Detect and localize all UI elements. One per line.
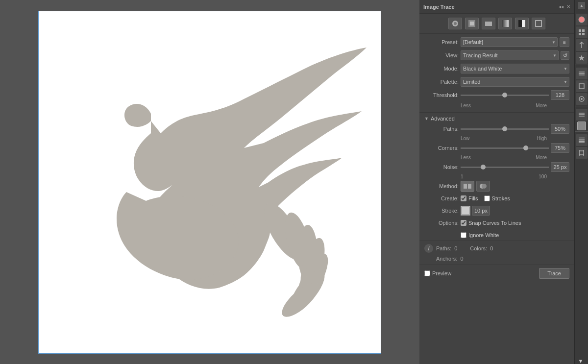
tool-layers-icon[interactable] <box>576 134 588 146</box>
preview-label: Preview <box>432 270 451 276</box>
svg-rect-39 <box>580 151 584 155</box>
panel-header: Image Trace ◂◂ ✕ <box>419 0 574 14</box>
advanced-header[interactable]: ▼ Advanced <box>419 114 574 123</box>
preset-auto-color[interactable] <box>448 18 462 29</box>
preset-label: Preset: <box>424 39 459 45</box>
divider-2 <box>575 106 588 108</box>
snap-curves-row: Snap Curves To Lines <box>461 220 521 226</box>
svg-rect-14 <box>522 20 525 27</box>
divider-3 <box>575 131 588 133</box>
paths-slider[interactable] <box>461 128 549 130</box>
anchors-info-key: Anchors: <box>436 256 457 262</box>
preset-icons-row <box>419 14 574 34</box>
method-btn-abutting[interactable] <box>461 181 474 192</box>
tool-artboard-icon[interactable] <box>576 147 588 159</box>
canvas-document <box>38 11 381 354</box>
view-select[interactable]: Tracing Result <box>461 50 559 60</box>
preset-outline[interactable] <box>532 18 545 29</box>
mode-select[interactable]: Black and White <box>461 64 569 73</box>
preset-menu-btn[interactable]: ≡ <box>560 37 569 47</box>
svg-rect-23 <box>582 29 585 32</box>
svg-rect-38 <box>579 137 585 139</box>
paths-info-key: Paths: <box>436 245 451 251</box>
close-icon[interactable]: ✕ <box>566 4 570 9</box>
palette-select-wrapper: Limited <box>461 77 569 87</box>
paths-min-label: Low <box>461 136 469 141</box>
paths-info-val: 0 <box>454 245 457 251</box>
scroll-down-arrow[interactable]: ▼ <box>578 358 585 364</box>
corners-slider[interactable] <box>461 147 549 149</box>
snap-curves-checkbox[interactable] <box>461 220 466 226</box>
noise-slider[interactable] <box>461 167 549 168</box>
paths-slider-container <box>461 128 549 130</box>
colors-info-key: Colors: <box>470 245 487 251</box>
bird-illustration <box>53 25 367 339</box>
noise-range-labels: 1 100 <box>424 174 569 179</box>
svg-point-8 <box>454 22 457 25</box>
noise-max-label: 100 <box>539 174 547 179</box>
preset-grayscale[interactable] <box>498 18 512 29</box>
preview-checkbox[interactable] <box>424 270 430 276</box>
svg-rect-37 <box>579 139 585 141</box>
svg-marker-26 <box>579 55 585 61</box>
palette-select[interactable]: Limited <box>461 77 569 87</box>
tool-star-icon[interactable] <box>576 52 588 64</box>
noise-value: 25 px <box>551 162 569 172</box>
threshold-slider[interactable] <box>461 95 549 96</box>
tool-circle-paint-icon[interactable] <box>576 93 588 105</box>
paths-value: 50% <box>551 124 569 134</box>
paths-max-label: High <box>537 136 547 141</box>
tool-usb-icon[interactable] <box>576 39 588 51</box>
svg-rect-17 <box>468 184 471 189</box>
anchors-row: Anchors: 0 <box>419 256 574 265</box>
fills-checkbox[interactable] <box>461 195 466 201</box>
advanced-toggle-icon: ▼ <box>424 116 429 121</box>
strokes-checkbox[interactable] <box>484 195 490 201</box>
corners-row: Corners: 75% <box>424 143 569 153</box>
ignore-white-checkbox[interactable] <box>461 232 466 238</box>
tool-lines2-icon[interactable] <box>576 109 588 121</box>
preset-low-color[interactable] <box>482 18 495 29</box>
method-row: Method: <box>424 181 569 192</box>
preset-select[interactable]: [Default] <box>461 37 558 47</box>
noise-slider-container <box>461 167 549 168</box>
mode-label: Mode: <box>424 66 459 72</box>
svg-rect-20 <box>462 207 469 215</box>
preset-high-color[interactable] <box>465 18 479 29</box>
method-btn-overlapping[interactable] <box>476 181 490 192</box>
svg-rect-11 <box>485 22 492 26</box>
svg-rect-36 <box>579 141 585 143</box>
stroke-color-swatch[interactable] <box>461 206 470 216</box>
fills-checkbox-row: Fills <box>461 195 478 201</box>
palette-row: Palette: Limited <box>424 76 569 87</box>
noise-label: Noise: <box>424 164 459 170</box>
svg-rect-16 <box>464 184 467 189</box>
tool-rect-icon[interactable] <box>576 80 588 92</box>
strokes-checkbox-row: Strokes <box>484 195 510 201</box>
svg-rect-15 <box>536 21 541 26</box>
tool-sidebar: ▲ <box>574 0 588 364</box>
options-row: Options: Snap Curves To Lines <box>424 218 569 228</box>
stroke-value: 10 px <box>472 206 490 216</box>
preset-black-white[interactable] <box>515 18 529 29</box>
view-row: View: Tracing Result ↺ <box>424 50 569 61</box>
corners-value: 75% <box>551 143 569 153</box>
threshold-label: Threshold: <box>424 92 459 98</box>
scroll-up-arrow[interactable]: ▲ <box>578 2 585 9</box>
tool-lines-icon[interactable] <box>576 68 588 79</box>
divider-1 <box>575 65 588 67</box>
collapse-icon[interactable]: ◂◂ <box>559 4 564 9</box>
tool-grid-icon[interactable] <box>576 26 588 38</box>
threshold-slider-container <box>461 95 549 96</box>
corners-range-labels: Less More <box>424 155 569 160</box>
trace-button[interactable]: Trace <box>539 268 569 279</box>
canvas-area <box>0 0 419 364</box>
refresh-btn[interactable]: ↺ <box>561 51 569 60</box>
svg-point-21 <box>579 17 585 23</box>
tool-swatch-icon[interactable] <box>577 121 586 130</box>
tool-color-icon[interactable] <box>576 14 588 25</box>
preset-select-wrapper: [Default] <box>461 37 558 47</box>
preset-row: Preset: [Default] ≡ <box>424 37 569 48</box>
threshold-range-labels: Less More <box>424 103 569 108</box>
threshold-min-label: Less <box>461 103 471 108</box>
